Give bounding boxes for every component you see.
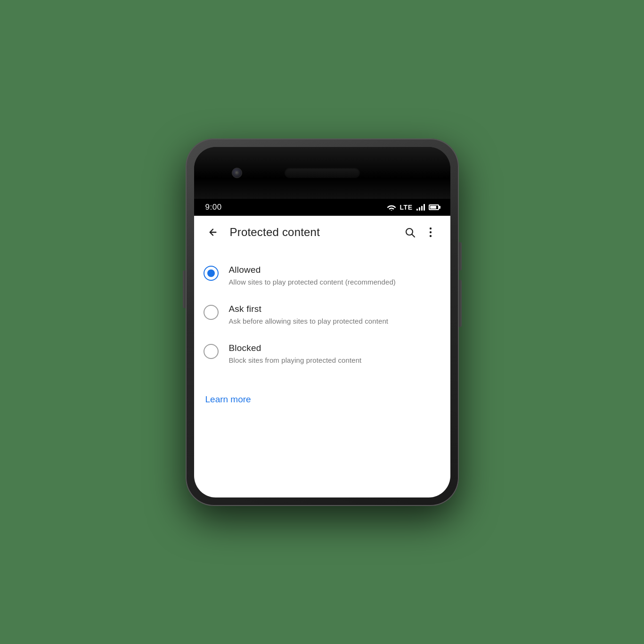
option-blocked-desc: Block sites from playing protected conte…: [229, 355, 439, 365]
signal-icon: [416, 204, 425, 211]
svg-line-1: [412, 234, 415, 237]
radio-ask-first[interactable]: [204, 305, 219, 320]
back-arrow-icon: [208, 227, 218, 237]
option-allowed-desc: Allow sites to play protected content (r…: [229, 277, 439, 287]
option-allowed[interactable]: Allowed Allow sites to play protected co…: [194, 256, 450, 295]
radio-allowed-fill: [207, 269, 215, 277]
more-options-icon: [429, 227, 432, 238]
power-button: [459, 242, 462, 270]
lte-label: LTE: [400, 204, 413, 211]
option-blocked[interactable]: Blocked Block sites from playing protect…: [194, 334, 450, 374]
back-button[interactable]: [204, 223, 222, 242]
option-allowed-text: Allowed Allow sites to play protected co…: [229, 265, 439, 287]
signal-bar-1: [416, 209, 418, 211]
svg-point-4: [429, 235, 431, 236]
app-screen: Protected content: [194, 216, 450, 497]
search-icon: [404, 227, 416, 238]
option-allowed-title: Allowed: [229, 265, 439, 275]
signal-bar-3: [421, 206, 423, 211]
battery-fill: [430, 206, 437, 209]
radio-allowed[interactable]: [204, 266, 219, 281]
signal-bar-4: [424, 204, 425, 211]
phone-frame: 9:00 LTE: [186, 139, 459, 506]
battery-icon: [429, 204, 439, 210]
options-list: Allowed Allow sites to play protected co…: [194, 249, 450, 381]
phone-screen: 9:00 LTE: [194, 147, 450, 497]
signal-bar-2: [419, 207, 420, 211]
volume-button: [459, 280, 462, 327]
option-ask-first[interactable]: Ask first Ask before allowing sites to p…: [194, 295, 450, 334]
radio-blocked[interactable]: [204, 344, 219, 359]
option-blocked-text: Blocked Block sites from playing protect…: [229, 343, 439, 365]
front-camera: [232, 168, 242, 178]
left-button: [183, 270, 186, 308]
option-ask-first-desc: Ask before allowing sites to play protec…: [229, 316, 439, 326]
more-options-button[interactable]: [420, 222, 441, 243]
page-title: Protected content: [230, 226, 399, 239]
option-ask-first-text: Ask first Ask before allowing sites to p…: [229, 304, 439, 326]
search-button[interactable]: [399, 222, 420, 243]
screen-content: Protected content: [194, 216, 450, 497]
svg-point-3: [429, 231, 431, 233]
status-time: 9:00: [205, 203, 222, 212]
top-bezel: [194, 147, 450, 199]
learn-more-link[interactable]: Learn more: [205, 394, 251, 404]
wifi-icon: [387, 204, 396, 211]
speaker-grille: [285, 168, 360, 178]
option-blocked-title: Blocked: [229, 343, 439, 353]
status-icons: LTE: [387, 204, 439, 211]
app-bar: Protected content: [194, 216, 450, 249]
option-ask-first-title: Ask first: [229, 304, 439, 314]
learn-more-section: Learn more: [194, 385, 450, 414]
status-bar: 9:00 LTE: [194, 199, 450, 216]
svg-point-2: [429, 227, 431, 229]
